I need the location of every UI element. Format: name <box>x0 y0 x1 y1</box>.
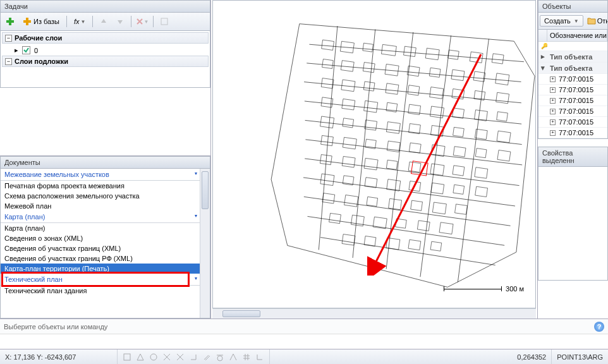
doc-item[interactable]: Сведения об участках границ (XML) <box>1 243 200 253</box>
doc-item[interactable]: Схема расположения земельного участка <box>1 191 200 201</box>
svg-rect-7 <box>363 43 374 52</box>
snap-center-icon[interactable] <box>148 351 159 363</box>
svg-rect-26 <box>386 83 399 94</box>
layer-visible-checkbox[interactable] <box>22 46 30 54</box>
status-path: POINT13\ARG <box>552 349 608 364</box>
svg-rect-60 <box>342 156 355 167</box>
svg-rect-82 <box>329 213 341 223</box>
svg-rect-15 <box>341 61 354 71</box>
props-body <box>538 167 608 281</box>
doc-item[interactable]: Сведения о зонах (XML) <box>1 233 200 243</box>
doc-item[interactable]: Карта (план) <box>1 223 200 233</box>
svg-rect-50 <box>321 135 334 145</box>
delete-button[interactable]: ▼ <box>135 15 149 28</box>
key-icon: 🔑 <box>541 43 547 49</box>
from-base-button[interactable]: Из базы <box>20 15 63 28</box>
collapse-icon[interactable]: − <box>5 58 12 65</box>
snap-nearest-icon[interactable] <box>228 351 239 363</box>
tasks-toolbar: Из базы fx▼ ▼ <box>0 13 210 31</box>
svg-rect-28 <box>430 87 444 99</box>
svg-rect-85 <box>396 219 407 228</box>
svg-rect-51 <box>343 137 356 149</box>
options-button[interactable] <box>157 15 171 28</box>
snap-perpendicular-icon[interactable] <box>188 351 199 363</box>
svg-rect-76 <box>344 195 358 207</box>
svg-rect-27 <box>408 85 420 95</box>
doc-group-map[interactable]: Карта (план) <box>1 211 200 223</box>
svg-rect-64 <box>430 164 444 176</box>
snap-node-icon[interactable] <box>161 351 173 363</box>
props-title: Свойства выделенн <box>542 149 604 164</box>
layer-name: 0 <box>34 47 38 54</box>
svg-rect-8 <box>381 44 396 56</box>
svg-rect-72 <box>431 183 444 193</box>
snap-tangent-icon[interactable] <box>214 351 226 363</box>
layer-row-0[interactable]: ▸ 0 <box>2 45 209 56</box>
grid-row[interactable]: +77:07:0015 <box>547 128 607 138</box>
status-bar: X: 17,136 Y: -6243,607 0,264352 POINT13\… <box>0 349 608 364</box>
hscroll-thumb[interactable] <box>222 310 260 317</box>
create-button[interactable]: Создать▼ <box>540 15 583 27</box>
add-button[interactable] <box>3 15 17 28</box>
doc-group-tech[interactable]: Технический план <box>1 274 200 286</box>
grid-row[interactable]: +77:07:0015 <box>547 74 607 84</box>
up-button[interactable] <box>97 15 111 28</box>
help-icon[interactable]: ? <box>594 322 604 332</box>
svg-rect-19 <box>429 68 441 77</box>
svg-rect-43 <box>365 120 377 130</box>
command-bar[interactable]: Выберите объекты или команду ? <box>0 318 608 334</box>
type-row[interactable]: Тип объекта <box>547 63 607 73</box>
grid-row[interactable]: +77:07:0015 <box>547 106 607 116</box>
doc-item[interactable]: Технический план здания <box>1 286 200 296</box>
svg-rect-29 <box>452 89 465 99</box>
grid-row[interactable]: +77:07:0015 <box>547 117 607 127</box>
objects-grid[interactable]: Обозначение или 🔑 ▸Тип объекта ▾Тип объе… <box>538 30 608 139</box>
map-canvas[interactable]: 300 м <box>212 0 536 308</box>
tasks-header: Задачи <box>0 0 210 13</box>
snap-midpoint-icon[interactable] <box>135 351 146 363</box>
svg-rect-73 <box>453 185 465 194</box>
work-layers-group[interactable]: −Рабочие слои <box>2 32 209 44</box>
snap-grid-icon[interactable] <box>241 351 252 363</box>
status-ratio: 0,264352 <box>512 349 552 364</box>
snap-parallel-icon[interactable] <box>201 351 212 363</box>
svg-rect-86 <box>417 221 430 231</box>
grid-column-header[interactable]: Обозначение или <box>547 30 607 41</box>
canvas-hscrollbar[interactable] <box>212 308 536 318</box>
doc-item[interactable]: Межевой план <box>1 201 200 211</box>
docs-scroll-thumb[interactable] <box>202 171 209 209</box>
svg-rect-5 <box>322 40 334 50</box>
snap-endpoint-icon[interactable] <box>121 351 133 363</box>
snap-intersection-icon[interactable] <box>174 351 186 363</box>
base-layers-label: Слои подложки <box>15 58 68 65</box>
svg-rect-58 <box>497 150 511 161</box>
status-coords: X: 17,136 Y: -6243,607 <box>0 349 118 364</box>
svg-rect-45 <box>409 124 421 134</box>
svg-rect-90 <box>386 238 400 250</box>
open-button[interactable]: Откр <box>585 14 608 28</box>
grid-row[interactable]: +77:07:0015 <box>547 85 607 95</box>
svg-rect-31 <box>496 92 509 103</box>
docs-scrollbar[interactable] <box>200 169 210 318</box>
doc-item-selected[interactable]: Карта-план территории (Печать) <box>1 264 200 274</box>
svg-rect-66 <box>475 167 488 178</box>
doc-group-survey[interactable]: Межевание земельных участков <box>1 169 200 181</box>
documents-list: Межевание земельных участков Печатная фо… <box>0 169 210 318</box>
work-layers-label: Рабочие слои <box>15 34 62 42</box>
doc-item[interactable]: Сведения об участках границ РФ (XML) <box>1 253 200 264</box>
svg-rect-95 <box>124 354 130 360</box>
down-button[interactable] <box>113 15 127 28</box>
svg-rect-77 <box>367 197 378 206</box>
svg-rect-49 <box>497 131 511 143</box>
grid-row[interactable]: +77:07:0015 <box>547 95 607 106</box>
base-layers-group[interactable]: −Слои подложки <box>2 56 209 67</box>
svg-rect-63 <box>408 162 421 172</box>
collapse-icon[interactable]: − <box>5 35 12 42</box>
svg-rect-87 <box>439 222 453 234</box>
doc-item[interactable]: Печатная форма проекта межевания <box>1 181 200 191</box>
ortho-icon[interactable] <box>254 351 265 363</box>
svg-rect-80 <box>432 202 446 214</box>
svg-rect-92 <box>430 241 442 251</box>
fx-button[interactable]: fx▼ <box>71 15 88 28</box>
type-row[interactable]: Тип объекта <box>547 51 607 62</box>
